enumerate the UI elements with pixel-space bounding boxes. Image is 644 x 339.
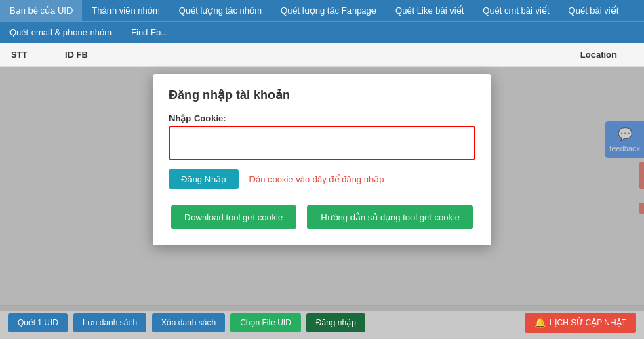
download-tool-button[interactable]: Download tool get cookie [171, 205, 296, 229]
dang-nhap-bottom-button[interactable]: Đăng nhập [306, 313, 365, 332]
nav-ban-be-uid[interactable]: Bạn bè của UID [0, 0, 82, 21]
bell-icon: 🔔 [534, 317, 546, 328]
cookie-label: Nhập Cookie: [169, 113, 475, 123]
guide-button[interactable]: Hướng dẫn sử dụng tool get cookie [307, 205, 473, 229]
luu-danh-sach-button[interactable]: Lưu danh sách [73, 313, 146, 332]
second-navigation: Quét email & phone nhóm Find Fb... [0, 21, 644, 43]
login-modal: Đăng nhập tài khoản Nhập Cookie: Đăng Nh… [153, 74, 491, 245]
history-label: LỊCH SỬ CẬP NHẬT [550, 318, 626, 327]
xoa-danh-sach-button[interactable]: Xóa danh sách [152, 313, 225, 332]
col-idfb: ID FB [54, 47, 163, 62]
login-row: Đăng Nhập Dán cookie vào đây để đăng nhậ… [169, 170, 475, 189]
login-button[interactable]: Đăng Nhập [169, 170, 239, 189]
col-location: Location [569, 47, 644, 62]
quet-1-uid-button[interactable]: Quét 1 UID [8, 313, 68, 332]
nav-quet-email-phone[interactable]: Quét email & phone nhóm [0, 22, 121, 43]
nav-find-fb[interactable]: Find Fb... [121, 22, 178, 43]
hint-text: Dán cookie vào đây để đăng nhập [249, 174, 384, 184]
chon-file-uid-button[interactable]: Chọn File UID [230, 313, 301, 332]
nav-quet-bai-viet[interactable]: Quét bài viết [559, 0, 628, 21]
modal-action-buttons: Download tool get cookie Hướng dẫn sử dụ… [169, 205, 475, 229]
lich-su-cap-nhat-button[interactable]: 🔔 LỊCH SỬ CẬP NHẬT [525, 313, 636, 333]
modal-title: Đăng nhập tài khoản [169, 87, 475, 102]
nav-quet-like-bai-viet[interactable]: Quét Like bài viết [386, 0, 473, 21]
nav-thanh-vien-nhom[interactable]: Thành viên nhóm [82, 0, 169, 21]
cookie-input[interactable] [169, 126, 475, 160]
table-header: STT ID FB Location [0, 43, 644, 67]
modal-overlay: Đăng nhập tài khoản Nhập Cookie: Đăng Nh… [0, 67, 644, 311]
col-stt: STT [0, 47, 54, 62]
main-content: 💬 feedback Đăng nhập tài khoản Nhập Cook… [0, 67, 644, 311]
top-navigation: Bạn bè của UID Thành viên nhóm Quét lượn… [0, 0, 644, 21]
nav-quet-luong-tac-fanpage[interactable]: Quét lượng tác Fanpage [271, 0, 386, 21]
nav-quet-luong-tac-nhom[interactable]: Quét lượng tác nhóm [169, 0, 271, 21]
nav-quet-cmt-bai-viet[interactable]: Quét cmt bài viết [473, 0, 559, 21]
